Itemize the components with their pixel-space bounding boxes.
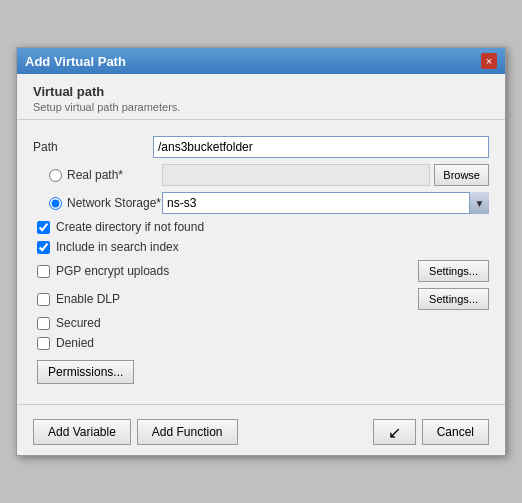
secured-row: Secured bbox=[33, 316, 489, 330]
secured-label: Secured bbox=[56, 316, 101, 330]
section-subtitle: Setup virtual path parameters. bbox=[33, 101, 489, 113]
include-search-row: Include in search index bbox=[33, 240, 489, 254]
footer-divider bbox=[17, 404, 505, 405]
section-header: Virtual path Setup virtual path paramete… bbox=[17, 74, 505, 120]
real-path-input[interactable] bbox=[162, 164, 430, 186]
ok-button[interactable]: ↙ bbox=[373, 419, 416, 445]
denied-label: Denied bbox=[56, 336, 94, 350]
enable-dlp-row: Enable DLP Settings... bbox=[33, 288, 489, 310]
permissions-button[interactable]: Permissions... bbox=[37, 360, 134, 384]
network-storage-select-wrapper: ns-s3 ▼ bbox=[162, 192, 489, 214]
pgp-encrypt-row: PGP encrypt uploads Settings... bbox=[33, 260, 489, 282]
section-title: Virtual path bbox=[33, 84, 489, 99]
permissions-row: Permissions... bbox=[33, 356, 489, 384]
network-storage-radio[interactable] bbox=[49, 197, 62, 210]
create-directory-checkbox[interactable] bbox=[37, 221, 50, 234]
path-label: Path bbox=[33, 140, 153, 154]
form-body: Path Real path* Browse Network Storage* … bbox=[17, 130, 505, 394]
path-row: Path bbox=[33, 136, 489, 158]
enable-dlp-checkbox[interactable] bbox=[37, 293, 50, 306]
real-path-row: Real path* Browse bbox=[33, 164, 489, 186]
enable-dlp-label: Enable DLP bbox=[56, 292, 418, 306]
include-search-label: Include in search index bbox=[56, 240, 179, 254]
add-virtual-path-dialog: Add Virtual Path × Virtual path Setup vi… bbox=[16, 47, 506, 456]
cancel-button[interactable]: Cancel bbox=[422, 419, 489, 445]
path-input[interactable] bbox=[153, 136, 489, 158]
secured-checkbox[interactable] bbox=[37, 317, 50, 330]
browse-button[interactable]: Browse bbox=[434, 164, 489, 186]
network-storage-select[interactable]: ns-s3 bbox=[162, 192, 489, 214]
dialog-close-button[interactable]: × bbox=[481, 53, 497, 69]
network-storage-row: Network Storage* ns-s3 ▼ bbox=[33, 192, 489, 214]
include-search-checkbox[interactable] bbox=[37, 241, 50, 254]
pgp-encrypt-checkbox[interactable] bbox=[37, 265, 50, 278]
dlp-settings-button[interactable]: Settings... bbox=[418, 288, 489, 310]
network-storage-label: Network Storage* bbox=[67, 196, 162, 210]
pgp-encrypt-label: PGP encrypt uploads bbox=[56, 264, 418, 278]
cursor-icon: ↙ bbox=[388, 423, 401, 442]
denied-checkbox[interactable] bbox=[37, 337, 50, 350]
create-directory-row: Create directory if not found bbox=[33, 220, 489, 234]
dialog-title-text: Add Virtual Path bbox=[25, 54, 126, 69]
footer-row: Add Variable Add Function ↙ Cancel bbox=[17, 413, 505, 455]
pgp-settings-button[interactable]: Settings... bbox=[418, 260, 489, 282]
denied-row: Denied bbox=[33, 336, 489, 350]
add-function-button[interactable]: Add Function bbox=[137, 419, 238, 445]
create-directory-label: Create directory if not found bbox=[56, 220, 204, 234]
dialog-title-bar: Add Virtual Path × bbox=[17, 48, 505, 74]
real-path-label: Real path* bbox=[67, 168, 162, 182]
real-path-radio[interactable] bbox=[49, 169, 62, 182]
add-variable-button[interactable]: Add Variable bbox=[33, 419, 131, 445]
